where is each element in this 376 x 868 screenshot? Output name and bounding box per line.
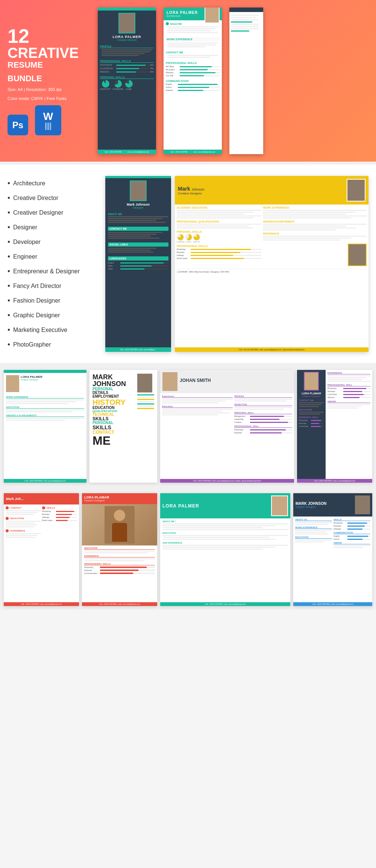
rp1-skill-2: ILLUSTRATOR 70% bbox=[100, 67, 154, 70]
rmc-body: ACADEMIC EDUCATION: PROFESSIONAL QUALIFI… bbox=[175, 205, 368, 268]
rls-photo bbox=[6, 375, 19, 392]
rmc-name-first: Mark Johnson bbox=[178, 186, 344, 192]
rmr-body: / CONTACT / EDUCATION / EXPERIENCE bbox=[4, 504, 79, 541]
rls-namearea: LORA PALMER Graphic Designer bbox=[21, 375, 42, 392]
resume-preview-3-partial bbox=[229, 8, 263, 154]
rjh-sk3: Creative bbox=[234, 421, 292, 423]
rlp-right: EXPERIENCE PROFESSIONAL SKILL Photoshop … bbox=[326, 370, 372, 483]
rp1-footer: Call: +0023-4567890 | mail: yourmail@gma… bbox=[98, 150, 156, 154]
top-banner: 12 CREATIVE RESUME BUNDLE Size: A4 | Res… bbox=[0, 0, 376, 162]
rmm-name: MARK JOHNSON bbox=[296, 501, 353, 506]
rp2-comm-es: Espanol bbox=[166, 89, 220, 91]
rmc-title: Creative Designer bbox=[178, 192, 344, 195]
banner-resume: RESUME bbox=[8, 60, 90, 70]
rmw-history: HISTORY bbox=[92, 398, 126, 406]
rmd-photo bbox=[130, 180, 147, 201]
rmw-skills2: SKILLS bbox=[92, 425, 126, 430]
rmc-left: ACADEMIC EDUCATION: PROFESSIONAL QUALIFI… bbox=[177, 206, 261, 266]
rlt2-name-area: LORA PALMER bbox=[162, 503, 269, 509]
list-item-architecture: Architecture bbox=[8, 176, 98, 191]
rmc-ps-1: Creativity bbox=[177, 234, 185, 243]
rmm-right: SKILLS Photoshop Illustrator InDesign CO… bbox=[334, 518, 370, 549]
template-list: Architecture Creative Director Creativer… bbox=[8, 176, 98, 352]
rmd-title: Designer bbox=[108, 206, 169, 209]
banner-creative: CREATIVE bbox=[8, 46, 90, 60]
list-item-graphic-text: Graphic Designer bbox=[13, 312, 60, 319]
rp1-email: mail: yourmail@gmail.com bbox=[127, 151, 149, 153]
divider-3 bbox=[0, 486, 376, 489]
rjh-photo bbox=[162, 372, 177, 391]
list-item-creative-designer: Creativer Designer bbox=[8, 205, 98, 220]
rmd-about: ABOUT ME bbox=[105, 211, 171, 225]
list-item-graphic: Graphic Designer bbox=[8, 308, 98, 323]
rlp-pr2: Illustrator bbox=[327, 390, 370, 392]
resume-preview-2: LORA PALMER Architecture About Me WORK E… bbox=[164, 8, 222, 154]
rmm-left: ABOUT US WORK EXPERIENCE EDUCATION bbox=[295, 518, 332, 549]
section-4: Mark Joh... / CONTACT / EDUCATION bbox=[0, 489, 376, 610]
rjh-right: PROFILE OBJECTIVE PERSONAL SKILL Managem… bbox=[234, 395, 292, 435]
rjh-body: Experience Education PROFILE bbox=[160, 393, 294, 436]
rmc-contact-row: +12345/99 9901 Marrova Road, Glasgow, G5… bbox=[175, 269, 368, 274]
rmr-sk3: InDesign bbox=[42, 516, 77, 518]
rjh-psk2: Illustrator bbox=[234, 432, 292, 434]
list-item-marketing: Marketing Executive bbox=[8, 323, 98, 337]
rmd-top: Mark Johnson Designer bbox=[105, 178, 171, 211]
rmm-sk2: Illustrator bbox=[334, 525, 370, 527]
rmc-header: Mark Johnson Creative Designer bbox=[175, 176, 368, 205]
rjh-sk1: Management bbox=[234, 415, 292, 417]
rmm-sk3: InDesign bbox=[334, 528, 370, 530]
rmc-photo bbox=[347, 179, 365, 201]
list-item-fashion-text: Fashion Designer bbox=[13, 297, 60, 304]
rlt2-footer: Call: +0023-4567890 | mail: yourmail@gma… bbox=[160, 602, 290, 606]
resume-preview-1: LORA PALMER Creative Director PROFILE PR… bbox=[98, 8, 156, 154]
rmc-footer: Call: +00-123-4567890 | mail: yourmail@g… bbox=[175, 347, 368, 352]
rjh-footer: Call: +0023-4567890 | mail: yourmail@gma… bbox=[160, 479, 294, 483]
rmw-mark: MARK bbox=[92, 374, 126, 380]
resume-lora-teal2: LORA PALMER ABOUT ME ! EDUCATION JOB EXP… bbox=[160, 493, 290, 606]
rp2-about-label: About Me bbox=[170, 23, 182, 25]
rp1-top-bar bbox=[98, 8, 156, 11]
rp1-pie-2: TEAMWORK bbox=[112, 80, 123, 90]
rp1-title: Creative Director bbox=[100, 39, 154, 41]
rp1-name: LORA PALMER bbox=[100, 35, 154, 39]
rjh-left: Experience Education bbox=[162, 395, 233, 435]
list-item-marketing-text: Marketing Executive bbox=[13, 327, 67, 333]
rmm-namearea: MARK JOHNSON Graphic Designer bbox=[296, 501, 353, 508]
rmc-personal-skills: Creativity Coord. Team W. bbox=[177, 234, 261, 243]
rp2-skills: MS Office Ms project Windows Crm Soft. bbox=[166, 65, 220, 77]
list-item-fashion: Fashion Designer bbox=[8, 293, 98, 308]
rp1-skill-1: PHOTOSHOP 90% bbox=[100, 64, 154, 66]
rlt2-photo bbox=[271, 495, 288, 516]
rp1-personal-skills: PERSONAL SKILLS CREATIVITY TEAMWORK COMM… bbox=[98, 74, 156, 92]
rp2-footer: Call: +0023-4567890 | mail: yourmail@gma… bbox=[164, 150, 222, 154]
rmd-contact: CONTACT ME bbox=[105, 225, 171, 241]
rmr-right: / SKILLS Photoshop Illustrator InDesign … bbox=[42, 506, 77, 539]
rmw-me: ME bbox=[92, 435, 126, 447]
rp2-communication: COMMUNICATION English French Espanol bbox=[164, 78, 222, 93]
rp2-sk4: Crm Soft. bbox=[166, 74, 220, 77]
rp2-comm-fr: French bbox=[166, 86, 220, 88]
word-icon: W bbox=[35, 105, 61, 135]
rmm-title: Graphic Designer bbox=[296, 506, 353, 508]
rmm-footer: Call: +0023-4567890 | mail: yourmail@gma… bbox=[293, 602, 372, 606]
rlp-footer: Call: +0023-4567890 | mail: yourmail@gma… bbox=[297, 479, 372, 483]
list-item-designer: Designer bbox=[8, 220, 98, 235]
banner-color: Color mode: CMYK | Free Fonts bbox=[8, 96, 90, 101]
resume-lora-small: LORA PALMER Graphic Designer WORK EXPERI… bbox=[4, 370, 86, 483]
resume-mark-red: Mark Joh... / CONTACT / EDUCATION bbox=[4, 493, 79, 606]
rlp-cols: LORA PLAMAR Fashion Designer CONTACT ME … bbox=[297, 370, 372, 483]
resume-lora-fashion: LORA PLAMAR Fashion Designer EDUCATION E… bbox=[82, 493, 157, 606]
rp1-call: Call: +0023-4567890 bbox=[105, 151, 122, 153]
rp2-comm-label: COMMUNICATION bbox=[166, 80, 220, 82]
rmr-sk4: Dream weav. bbox=[42, 519, 77, 521]
section-3: LORA PALMER Graphic Designer WORK EXPERI… bbox=[0, 366, 376, 486]
rjh-two-col: JOHAN SMITH Experience Education bbox=[160, 370, 294, 483]
list-item-creative-director: Creative Director bbox=[8, 191, 98, 205]
rjh-name-area: JOHAN SMITH bbox=[180, 378, 211, 386]
word-doc-lines bbox=[45, 123, 51, 130]
rjh-sk2: Leadership bbox=[234, 418, 292, 420]
rmm-com2: French bbox=[334, 538, 370, 540]
resume-lora-purple: LORA PLAMAR Fashion Designer CONTACT ME … bbox=[297, 370, 372, 483]
rmc-ps-3: Team W. bbox=[193, 234, 200, 243]
rlf-name: LORA PLAMAR bbox=[84, 495, 155, 499]
